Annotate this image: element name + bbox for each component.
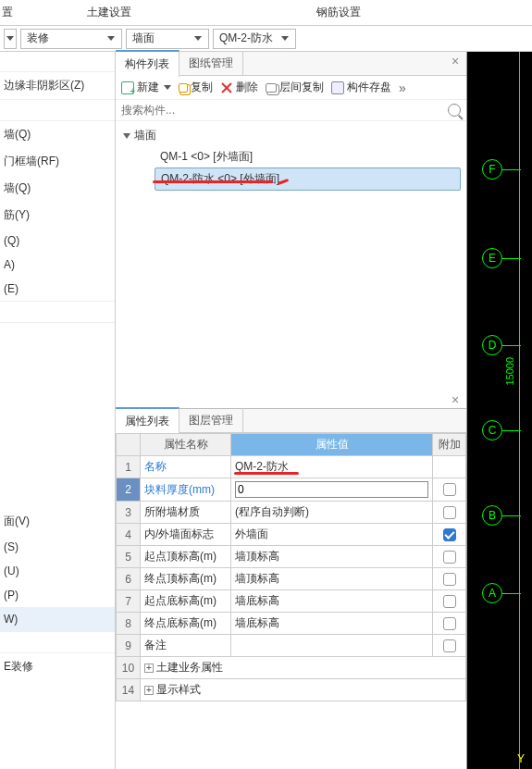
sidebar-item[interactable]: (P) — [0, 583, 115, 607]
ribbon-tab-rebar[interactable]: 钢筋设置 — [279, 0, 398, 25]
prop-value[interactable]: QM-2-防水 — [231, 456, 433, 478]
prop-group[interactable]: +土建业务属性 — [141, 657, 466, 679]
disk-icon — [331, 81, 344, 94]
search-input[interactable] — [121, 104, 448, 117]
property-panel: × 属性列表 图层管理 属性名称 属性值 附加 1名称QM-2-防水 2块料厚度… — [116, 408, 466, 769]
grid-bubble-c: C — [482, 420, 502, 440]
prop-name: 内/外墙面标志 — [141, 524, 231, 546]
rownum: 7 — [117, 590, 141, 613]
prop-value[interactable]: 外墙面 — [231, 524, 433, 546]
table-row[interactable]: 5起点顶标高(m)墙顶标高 — [117, 546, 466, 568]
table-row[interactable]: 3所附墙材质(程序自动判断) — [117, 502, 466, 524]
cad-viewport[interactable]: F E D C B A 15000 Y — [467, 52, 532, 769]
prop-value[interactable] — [231, 635, 433, 657]
close-icon[interactable]: × — [448, 54, 463, 68]
prop-value[interactable]: 墙顶标高 — [231, 568, 433, 590]
thickness-input[interactable] — [235, 481, 428, 498]
sidebar-item[interactable]: 边缘非阴影区(Z) — [0, 72, 115, 99]
sidebar-item[interactable]: (U) — [0, 559, 115, 583]
save-button[interactable]: 构件存盘 — [331, 80, 391, 95]
prop-value[interactable]: (程序自动判断) — [231, 502, 433, 524]
sidebar-item-selected[interactable]: W) — [0, 607, 115, 631]
table-row-selected[interactable]: 2块料厚度(mm) — [117, 478, 466, 502]
delete-button[interactable]: 删除 — [220, 80, 258, 95]
btn-label: 新建 — [137, 80, 159, 95]
grid-bubble-b: B — [482, 505, 502, 526]
ribbon-tab-civil[interactable]: 土建设置 — [50, 0, 168, 25]
tree-item-qm2-selected[interactable]: QM-2-防水 <0> [外墙面] — [155, 167, 461, 191]
sidebar-item[interactable] — [0, 631, 115, 653]
copy-button[interactable]: 复制 — [179, 80, 213, 95]
new-button[interactable]: 新建 — [121, 80, 171, 95]
checkbox[interactable] — [443, 639, 456, 652]
dropdown-label: 装修 — [27, 31, 49, 46]
sidebar-item[interactable]: 面(V) — [0, 508, 115, 535]
prop-name: 备注 — [141, 635, 231, 657]
sidebar-item[interactable] — [0, 99, 115, 121]
axis-label-y: Y — [517, 752, 525, 765]
sidebar-item[interactable]: 门框墙(RF) — [0, 148, 115, 175]
sidebar-item[interactable] — [0, 301, 115, 323]
tree-item-qm1[interactable]: QM-1 <0> [外墙面] — [155, 146, 461, 167]
prop-value[interactable]: 墙底标高 — [231, 590, 433, 613]
table-row[interactable]: 4内/外墙面标志外墙面 — [117, 524, 466, 546]
dropdown-subcategory[interactable]: 墙面 — [126, 29, 209, 49]
tab-component-list[interactable]: 构件列表 — [116, 50, 179, 78]
sidebar-item[interactable] — [0, 57, 115, 72]
more-icon[interactable]: » — [399, 81, 406, 95]
annotation-redline — [234, 472, 299, 475]
sidebar-item[interactable]: 筋(Y) — [0, 202, 115, 229]
tab-property-list[interactable]: 属性列表 — [116, 407, 179, 435]
ribbon-tab-trunc[interactable]: 置 — [0, 0, 50, 25]
search-icon[interactable] — [448, 104, 461, 117]
sidebar-item[interactable]: (E) — [0, 277, 115, 301]
sidebar-item[interactable]: (Q) — [0, 229, 115, 253]
new-icon — [121, 81, 134, 94]
dropdown-component[interactable]: QM-2-防水 — [213, 29, 296, 49]
close-icon[interactable]: × — [448, 392, 463, 407]
component-panel-header: 构件列表 图纸管理 × — [116, 52, 466, 76]
rownum: 9 — [117, 635, 141, 657]
checkbox-checked[interactable] — [443, 528, 456, 541]
prop-name: 块料厚度(mm) — [141, 478, 231, 502]
checkbox[interactable] — [443, 617, 456, 630]
layer-copy-button[interactable]: 层间复制 — [266, 80, 324, 95]
grid-line — [502, 345, 521, 346]
grid-bubble-e: E — [482, 248, 502, 268]
prop-name: 终点底标高(m) — [141, 613, 231, 635]
dropdown-floor-trunc[interactable] — [4, 29, 17, 49]
tab-drawing-mgmt[interactable]: 图纸管理 — [179, 51, 243, 76]
tree-root[interactable]: 墙面 — [121, 125, 461, 146]
sidebar-item[interactable]: A) — [0, 253, 115, 277]
table-row[interactable]: 14+显示样式 — [117, 679, 466, 701]
table-row[interactable]: 1名称QM-2-防水 — [117, 456, 466, 478]
expand-icon[interactable]: + — [144, 686, 154, 695]
table-row[interactable]: 9备注 — [117, 635, 466, 657]
checkbox[interactable] — [443, 595, 456, 608]
caret-icon — [164, 85, 171, 90]
sidebar-item[interactable]: E装修 — [0, 653, 115, 680]
tab-layer-mgmt[interactable]: 图层管理 — [179, 408, 243, 433]
table-row[interactable]: 8终点底标高(m)墙底标高 — [117, 613, 466, 635]
table-row[interactable]: 6终点顶标高(m)墙顶标高 — [117, 568, 466, 590]
sidebar-item[interactable]: (S) — [0, 535, 115, 559]
prop-value-cell[interactable] — [231, 478, 433, 502]
sidebar-item[interactable]: 墙(Q) — [0, 121, 115, 148]
dropdown-category[interactable]: 装修 — [20, 29, 122, 49]
prop-name: 起点底标高(m) — [141, 590, 231, 613]
prop-group[interactable]: +显示样式 — [141, 679, 466, 701]
checkbox[interactable] — [443, 573, 456, 586]
prop-value[interactable]: 墙顶标高 — [231, 546, 433, 568]
checkbox[interactable] — [443, 551, 456, 564]
table-row[interactable]: 7起点底标高(m)墙底标高 — [117, 590, 466, 613]
expand-icon[interactable]: + — [144, 664, 154, 673]
prop-value[interactable]: 墙底标高 — [231, 613, 433, 635]
expand-icon — [123, 133, 130, 139]
grid-line — [502, 169, 521, 170]
checkbox[interactable] — [443, 483, 456, 496]
property-panel-header: 属性列表 图层管理 — [116, 409, 466, 433]
sidebar-item[interactable]: 墙(Q) — [0, 175, 115, 202]
table-row[interactable]: 10+土建业务属性 — [117, 657, 466, 679]
checkbox[interactable] — [443, 506, 456, 519]
copy-icon — [179, 83, 188, 93]
